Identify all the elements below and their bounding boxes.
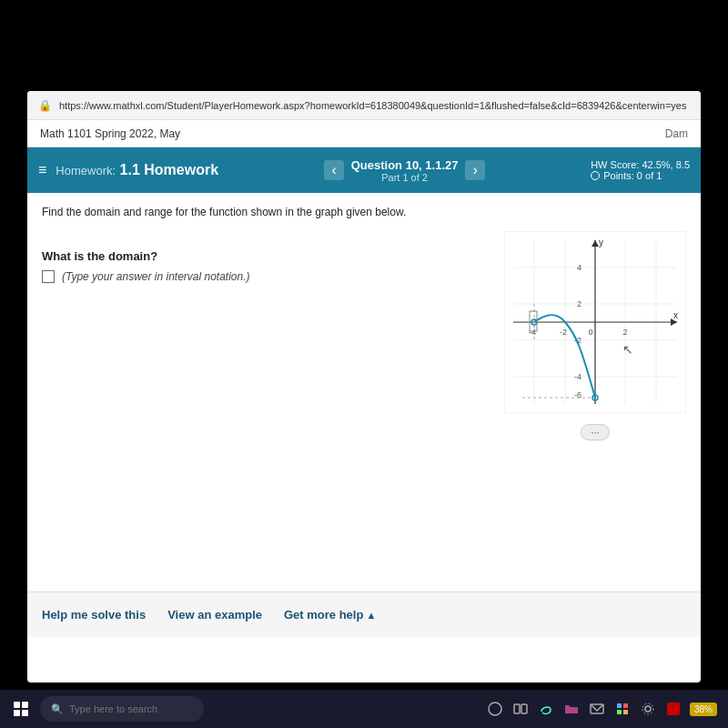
taskbar-icon-edge[interactable] [537,700,555,718]
answer-hint: (Type your answer in interval notation.) [62,270,250,283]
function-graph: x y 0 -2 -4 2 2 4 -2 -4 -6 [504,231,686,413]
svg-rect-41 [667,703,680,715]
graph-container: x y 0 -2 -4 2 2 4 -2 -4 -6 [504,231,686,413]
prev-question-button[interactable]: ‹ [324,160,343,180]
lock-icon: 🔒 [38,99,52,112]
svg-rect-37 [617,710,622,714]
score-info: HW Score: 42.5%, 8.5 Points: 0 of 1 [591,159,690,181]
hw-title-group: Homework: 1.1 Homework [56,162,218,178]
taskbar-icon-2[interactable] [511,700,530,718]
taskbar: 🔍 38% [0,690,728,728]
svg-text:0: 0 [588,328,592,337]
dam-text: Dam [665,127,688,140]
taskbar-search[interactable]: 🔍 [40,696,204,722]
main-content: Find the domain and range for the functi… [27,193,701,637]
hw-header-bar: ≡ Homework: 1.1 Homework ‹ Question 10, … [27,147,701,193]
answer-row: (Type your answer in interval notation.) [42,270,495,283]
svg-text:y: y [599,238,603,248]
view-example-link[interactable]: View an example [167,608,262,622]
svg-text:4: 4 [577,263,581,272]
question-number: Question 10, 1.1.27 [351,158,459,172]
svg-rect-36 [623,703,628,708]
menu-icon[interactable]: ≡ [38,162,46,178]
taskbar-icon-1[interactable] [486,700,504,718]
svg-rect-32 [514,704,520,713]
domain-section: What is the domain? (Type your answer in… [42,249,495,283]
answer-checkbox[interactable] [42,270,55,283]
course-title: Math 1101 Spring 2022, May [40,127,180,140]
windows-icon [14,702,28,716]
svg-text:-2: -2 [560,328,567,337]
points-label: Points: 0 of 1 [603,170,662,181]
start-button[interactable] [7,695,35,723]
hw-score: HW Score: 42.5%, 8.5 [591,159,690,170]
svg-point-40 [642,703,653,714]
svg-text:2: 2 [622,328,627,337]
taskbar-icon-settings[interactable] [639,700,657,718]
svg-text:2: 2 [577,299,581,308]
svg-rect-38 [623,710,628,714]
nav-center: ‹ Question 10, 1.1.27 Part 1 of 2 › [218,158,591,183]
hw-label: Homework: [56,164,116,177]
problem-area: What is the domain? (Type your answer in… [42,231,686,413]
url-text: https://www.mathxl.com/Student/PlayerHom… [59,100,686,111]
more-button[interactable]: ··· [581,424,609,440]
address-bar: 🔒 https://www.mathxl.com/Student/PlayerH… [27,91,701,120]
search-input[interactable] [69,703,193,714]
help-bar: Help me solve this View an example Get m… [27,592,701,637]
domain-question: What is the domain? [42,249,495,263]
points-info: Points: 0 of 1 [591,170,690,181]
battery-percent: 38% [690,703,717,716]
svg-rect-33 [521,704,527,713]
problem-instruction: Find the domain and range for the functi… [42,206,433,218]
help-me-solve-link[interactable]: Help me solve this [42,608,146,622]
svg-text:↖: ↖ [622,342,633,357]
site-header: Math 1101 Spring 2022, May Dam [27,120,701,147]
svg-text:-4: -4 [574,372,581,381]
search-icon: 🔍 [51,703,64,715]
browser-window: 🔒 https://www.mathxl.com/Student/PlayerH… [27,91,701,682]
taskbar-icon-store[interactable] [613,700,632,718]
svg-text:-6: -6 [574,390,581,399]
arrow-up-icon: ▲ [366,610,376,621]
question-part: Part 1 of 2 [351,172,459,183]
svg-point-31 [489,703,501,715]
problem-text-area: What is the domain? (Type your answer in… [42,231,495,283]
svg-point-39 [645,706,651,712]
next-question-button[interactable]: › [465,160,484,180]
circle-icon [591,171,600,180]
get-more-help-button[interactable]: Get more help ▲ [284,608,376,622]
taskbar-icon-mail[interactable] [588,700,606,718]
taskbar-icon-folder[interactable] [562,700,581,718]
svg-text:x: x [673,310,678,320]
hw-title: 1.1 Homework [120,162,218,177]
taskbar-icon-red[interactable] [664,700,682,718]
taskbar-icons: 38% [486,700,721,718]
svg-rect-35 [617,703,622,708]
get-more-help-label: Get more help [284,608,363,622]
question-info: Question 10, 1.1.27 Part 1 of 2 [351,158,459,183]
